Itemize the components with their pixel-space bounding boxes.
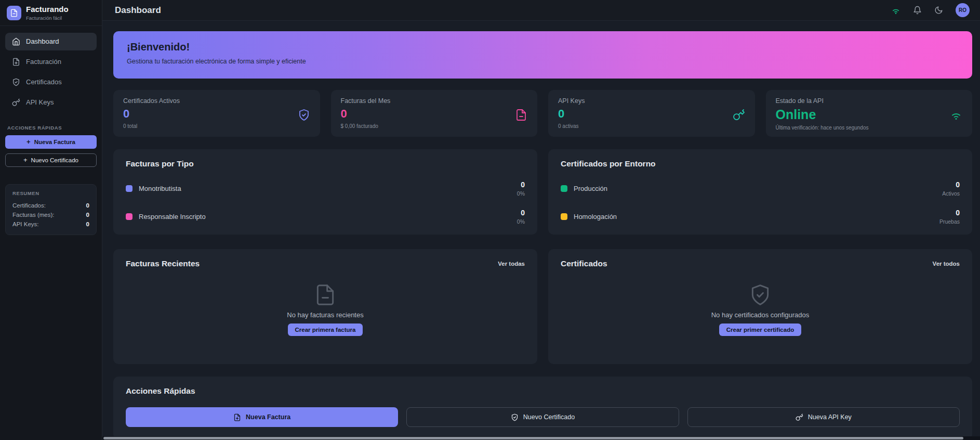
recent-row: Facturas Recientes Ver todas No hay fact… — [113, 249, 972, 364]
notifications-bell-icon[interactable] — [913, 6, 922, 15]
sidebar-item-label: Facturación — [26, 58, 61, 66]
summary-value: 0 — [86, 221, 89, 227]
file-plus-icon — [12, 58, 20, 66]
brand: Facturando Facturación fácil — [0, 0, 102, 26]
api-status-wifi-icon — [891, 6, 900, 15]
sidebar-actions-title: ACCIONES RÁPIDAS — [7, 125, 95, 131]
empty-state-facturas: No hay facturas recientes Crear primera … — [126, 268, 525, 354]
brand-logo-file-icon — [7, 6, 21, 20]
sidebar-item-certificados[interactable]: Certificados — [5, 73, 97, 91]
sidebar-item-label: Dashboard — [26, 37, 59, 45]
brand-tagline: Facturación fácil — [26, 15, 69, 21]
breakdown-row-monotributista: Monotributista 0 0% — [126, 180, 525, 197]
summary-row-certificados: Certificados: 0 — [12, 201, 89, 210]
page-title: Dashboard — [115, 5, 161, 16]
stat-value: 0 — [341, 107, 528, 121]
acciones-rapidas-card: Acciones Rápidas Nueva Factura Nuevo Cer… — [113, 377, 972, 439]
wifi-icon — [950, 109, 962, 121]
stat-card-api-keys: API Keys 0 0 activas — [548, 90, 755, 137]
summary-value: 0 — [86, 212, 89, 218]
shield-check-icon — [298, 109, 310, 121]
shield-check-icon — [511, 413, 519, 421]
file-plus-icon — [233, 413, 241, 421]
file-text-icon — [515, 109, 527, 121]
summary-title: RESUMEN — [12, 190, 89, 196]
color-chip — [126, 185, 133, 192]
sidebar-nav: Dashboard Facturación Certificados API K… — [0, 26, 102, 111]
dark-mode-moon-icon[interactable] — [934, 6, 943, 15]
stat-card-estado-api: Estado de la API Online Última verificac… — [766, 90, 973, 137]
welcome-subtitle: Gestiona tu facturación electrónica de f… — [127, 58, 959, 65]
summary-row-facturas: Facturas (mes): 0 — [12, 210, 89, 219]
key-icon — [12, 98, 20, 107]
nueva-factura-button[interactable]: Nueva Factura — [126, 407, 398, 427]
summary-card: RESUMEN Certificados: 0 Facturas (mes): … — [5, 184, 97, 235]
sidebar: Facturando Facturación fácil Dashboard F… — [0, 0, 102, 440]
summary-value: 0 — [86, 202, 89, 209]
color-chip — [561, 213, 567, 220]
user-avatar[interactable]: RO — [956, 3, 970, 17]
file-text-icon — [314, 283, 337, 306]
crear-primera-factura-button[interactable]: Crear primera factura — [288, 323, 363, 336]
scrollbar-thumb[interactable] — [103, 437, 963, 439]
stat-card-facturas-del-mes: Facturas del Mes 0 $ 0,00 facturado — [331, 90, 538, 137]
plus-icon: + — [27, 138, 31, 145]
shield-check-icon — [12, 78, 20, 86]
summary-row-api-keys: API Keys: 0 — [12, 219, 89, 229]
plus-icon: + — [23, 157, 28, 163]
empty-state-certificados: No hay certificados configurados Crear p… — [561, 268, 960, 354]
facturas-por-tipo-card: Facturas por Tipo Monotributista 0 0% Re… — [113, 149, 537, 235]
main-content: ¡Bienvenido! Gestiona tu facturación ele… — [102, 21, 980, 440]
home-icon — [12, 37, 20, 46]
brand-name: Facturando — [26, 5, 69, 14]
sidebar-item-facturacion[interactable]: Facturación — [5, 53, 97, 71]
shield-check-icon — [749, 283, 772, 306]
certificados-card: Certificados Ver todos No hay certificad… — [548, 249, 972, 364]
sidebar-item-label: API Keys — [26, 98, 54, 106]
key-icon — [796, 413, 803, 421]
certificados-por-entorno-card: Certificados por Entorno Producción 0 Ac… — [548, 149, 972, 235]
color-chip — [561, 185, 567, 192]
stat-value: 0 — [558, 107, 745, 121]
breakdown-row-homologacion: Homologación 0 Pruebas — [561, 209, 960, 225]
horizontal-scrollbar[interactable] — [102, 436, 980, 440]
stat-card-certificados-activos: Certificados Activos 0 0 total — [113, 90, 320, 137]
color-chip — [126, 213, 133, 220]
facturas-recientes-card: Facturas Recientes Ver todas No hay fact… — [113, 249, 537, 364]
breakdown-row-responsable-inscripto: Responsable Inscripto 0 0% — [126, 209, 525, 225]
sidebar-new-certificate-button[interactable]: + Nuevo Certificado — [5, 153, 97, 167]
welcome-title: ¡Bienvenido! — [127, 41, 959, 53]
welcome-banner: ¡Bienvenido! Gestiona tu facturación ele… — [113, 31, 972, 79]
sidebar-item-dashboard[interactable]: Dashboard — [5, 33, 97, 50]
header: Dashboard RO — [102, 0, 980, 21]
crear-primer-certificado-button[interactable]: Crear primer certificado — [719, 323, 801, 336]
sidebar-new-invoice-button[interactable]: + Nueva Factura — [5, 135, 97, 149]
breakdown-row: Facturas por Tipo Monotributista 0 0% Re… — [113, 149, 972, 235]
nueva-api-key-button[interactable]: Nueva API Key — [687, 407, 960, 427]
sidebar-item-api-keys[interactable]: API Keys — [5, 94, 97, 111]
ver-todas-link[interactable]: Ver todas — [498, 261, 525, 267]
breakdown-row-produccion: Producción 0 Activos — [561, 180, 960, 197]
ver-todos-link[interactable]: Ver todos — [933, 261, 960, 267]
api-status-value: Online — [776, 107, 963, 122]
nuevo-certificado-button[interactable]: Nuevo Certificado — [406, 407, 679, 427]
sidebar-item-label: Certificados — [26, 78, 62, 86]
stats-row: Certificados Activos 0 0 total Facturas … — [113, 90, 972, 137]
stat-value: 0 — [123, 107, 310, 121]
key-icon — [733, 109, 745, 121]
